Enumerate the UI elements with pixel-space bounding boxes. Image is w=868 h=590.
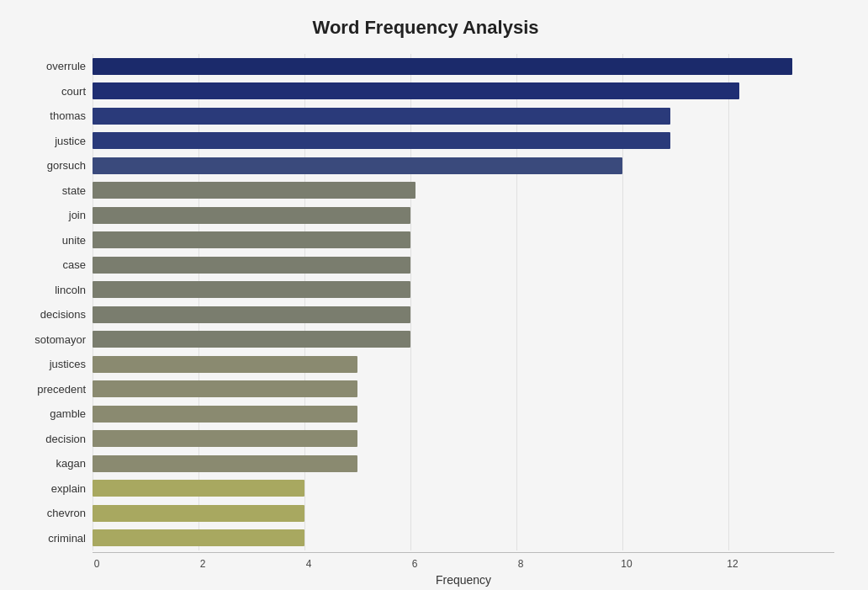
grid-line [93,54,93,550]
grid-line [410,54,411,550]
bar-row [93,527,834,549]
bar-row [93,229,834,251]
x-tick-label: 0 [84,558,109,570]
grid-line [622,54,623,550]
bar-overrule [93,58,792,75]
bar-row [93,328,834,350]
bar-row [93,205,834,226]
bar-gorsuch [93,157,622,174]
bar-row [93,105,834,127]
y-label-chevron: chevron [47,502,86,524]
y-label-overrule: overrule [46,56,86,77]
bar-row [93,130,834,151]
y-label-criminal: criminal [48,527,86,549]
bar-row [93,56,834,77]
bar-kagan [93,455,357,472]
bar-row [93,80,834,102]
bar-gamble [93,406,357,423]
x-tick-label: 8 [508,558,533,570]
bar-row [93,254,834,276]
y-label-decisions: decisions [40,304,86,326]
y-label-decision: decision [45,428,86,449]
y-label-court: court [61,80,86,102]
x-tick-label: 12 [720,558,745,570]
bar-row [93,353,834,375]
y-labels: overrulecourtthomasjusticegorsuchstatejo… [17,54,93,550]
x-tick-label: 2 [190,558,215,570]
y-label-unite: unite [62,229,86,251]
grid-line [304,54,305,550]
bar-row [93,428,834,449]
chart-container: Word Frequency Analysis overrulecourttho… [0,0,868,590]
bar-criminal [93,529,304,546]
x-tick-label: 4 [296,558,321,570]
y-label-sotomayor: sotomayor [34,328,86,350]
grid-line [516,54,517,550]
y-label-state: state [62,179,86,201]
bar-case [93,257,410,274]
y-label-gorsuch: gorsuch [47,155,86,177]
chart-title: Word Frequency Analysis [17,17,834,39]
bar-row [93,378,834,400]
chart-area: overrulecourtthomasjusticegorsuchstatejo… [17,54,834,550]
bar-thomas [93,108,670,125]
y-label-join: join [69,205,86,226]
y-label-justice: justice [55,130,86,151]
bar-row [93,502,834,524]
bar-chevron [93,505,304,522]
bar-row [93,179,834,201]
y-label-lincoln: lincoln [55,279,86,300]
bar-row [93,453,834,475]
x-axis-title: Frequency [93,573,834,587]
y-label-kagan: kagan [56,453,86,475]
bar-justices [93,356,357,373]
bar-decisions [93,306,410,323]
bar-unite [93,231,410,248]
bars-area [93,54,834,550]
bar-justice [93,132,670,149]
bar-row [93,279,834,300]
grid-line [198,54,199,550]
y-label-explain: explain [51,477,86,499]
bar-join [93,207,410,224]
bar-row [93,304,834,326]
bar-court [93,82,739,99]
bar-row [93,155,834,177]
bar-explain [93,480,304,497]
y-label-justices: justices [50,353,86,375]
x-axis: 024681012 [93,553,834,570]
bar-row [93,403,834,425]
grid-line [728,54,729,550]
bar-decision [93,430,357,447]
bar-lincoln [93,281,410,298]
y-label-case: case [63,254,86,276]
bar-row [93,477,834,499]
bar-precedent [93,380,357,397]
x-tick-label: 6 [402,558,427,570]
x-tick-label: 10 [614,558,639,570]
y-label-precedent: precedent [37,378,86,400]
bar-state [93,182,415,199]
y-label-gamble: gamble [50,403,86,425]
y-label-thomas: thomas [50,105,86,127]
bar-sotomayor [93,331,410,348]
